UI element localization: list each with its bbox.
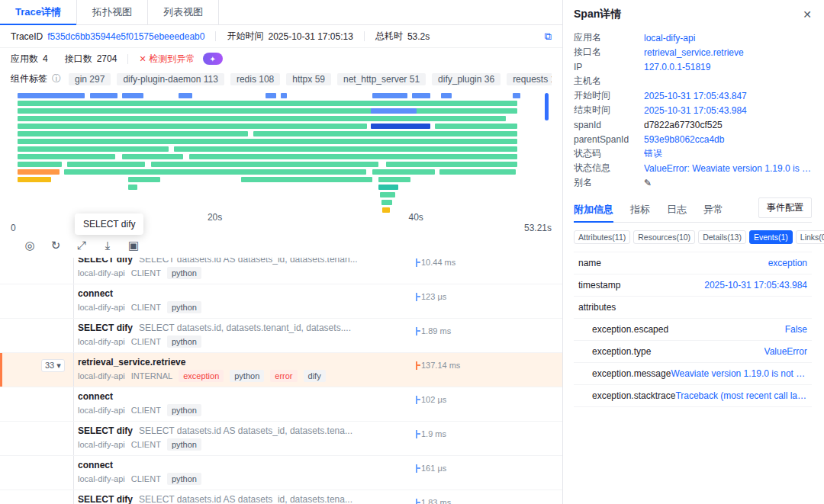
flame-span-bar[interactable] bbox=[128, 177, 160, 182]
kv-value[interactable]: Weaviate version 1.19.0 is not sup... bbox=[671, 368, 807, 379]
flame-span-bar[interactable] bbox=[372, 169, 435, 175]
open-in-new-icon[interactable]: ⧉ bbox=[545, 30, 552, 43]
anomaly-indicator[interactable]: ✕ 检测到异常 bbox=[139, 53, 195, 66]
ai-assistant-badge[interactable]: ✦ bbox=[203, 53, 223, 65]
snapshot-icon[interactable]: ▣ bbox=[127, 239, 140, 252]
flame-span-bar[interactable] bbox=[18, 116, 506, 121]
flame-span-bar[interactable] bbox=[441, 93, 452, 98]
flame-span-bar[interactable] bbox=[18, 131, 248, 136]
flame-span-bar[interactable] bbox=[90, 93, 117, 98]
flame-chart[interactable]: 20s40s bbox=[14, 91, 549, 223]
flame-span-bar[interactable] bbox=[67, 162, 145, 167]
detail-tab[interactable]: 指标 bbox=[630, 197, 650, 222]
component-tag-chip[interactable]: redis 108 bbox=[230, 73, 280, 85]
flame-span-bar[interactable] bbox=[174, 146, 517, 152]
field-value[interactable]: 127.0.0.1-51819 bbox=[644, 62, 812, 72]
refresh-icon[interactable]: ↻ bbox=[49, 239, 63, 252]
component-tag-chip[interactable]: gin 297 bbox=[69, 73, 111, 85]
flame-span-bar[interactable] bbox=[18, 93, 85, 98]
locate-icon[interactable]: ◎ bbox=[23, 239, 37, 252]
flame-span-bar[interactable] bbox=[151, 162, 378, 167]
detail-pill-tab[interactable]: Attributes(11) bbox=[574, 230, 630, 244]
flame-span-bar[interactable] bbox=[371, 124, 430, 129]
flame-span-bar[interactable] bbox=[18, 124, 367, 129]
field-value[interactable]: local-dify-api bbox=[644, 33, 812, 43]
field-value[interactable]: 错误 bbox=[644, 147, 812, 160]
component-tag-chip[interactable]: dify-plugin-daemon 113 bbox=[117, 73, 224, 85]
field-value[interactable]: 2025-10-31 17:05:43.847 bbox=[644, 91, 812, 101]
field-value[interactable]: retrieval_service.retrieve bbox=[644, 47, 812, 58]
span-tree-row[interactable]: SELECT difySELECT datasets.id AS dataset… bbox=[0, 422, 562, 456]
flame-span-bar[interactable] bbox=[18, 139, 517, 144]
flame-span-bar[interactable] bbox=[253, 131, 517, 136]
flame-span-bar[interactable] bbox=[128, 185, 137, 190]
flame-span-bar[interactable] bbox=[18, 177, 51, 182]
span-tree-row[interactable]: connectlocal-dify-apiCLIENTpython123 μs bbox=[0, 284, 562, 319]
trace-id-value[interactable]: f535dc6bb35944e5f01575ebeeedeab0 bbox=[47, 31, 204, 42]
flame-span-bar[interactable] bbox=[18, 108, 517, 114]
detail-pill-tab[interactable]: Links(0) bbox=[796, 230, 824, 244]
flame-span-bar[interactable] bbox=[18, 101, 517, 106]
top-tab[interactable]: 拓扑视图 bbox=[77, 0, 148, 24]
component-tag-chip[interactable]: net_http_server 51 bbox=[337, 73, 426, 85]
component-tag-chip[interactable]: dify_plugin 36 bbox=[432, 73, 501, 85]
kv-value[interactable]: Traceback (most recent call last): ... bbox=[675, 390, 807, 401]
detail-pill-tab[interactable]: Resources(10) bbox=[633, 230, 695, 244]
flame-span-bar[interactable] bbox=[64, 169, 366, 175]
flame-span-bar[interactable] bbox=[122, 154, 183, 159]
flame-span-bar[interactable] bbox=[439, 169, 516, 175]
kv-value[interactable]: False bbox=[785, 324, 807, 335]
detail-tab[interactable]: 异常 bbox=[703, 197, 723, 222]
flame-span-bar[interactable] bbox=[380, 192, 395, 197]
flame-span-bar[interactable] bbox=[189, 154, 517, 159]
kv-value[interactable]: exception bbox=[768, 258, 807, 268]
flame-span-bar[interactable] bbox=[372, 93, 407, 98]
flame-span-bar[interactable] bbox=[382, 207, 390, 213]
detail-tab[interactable]: 日志 bbox=[667, 197, 687, 222]
flame-span-bar[interactable] bbox=[18, 154, 115, 159]
span-tree-row[interactable]: 33 ▾retrieval_service.retrievelocal-dify… bbox=[0, 353, 562, 387]
flame-span-bar[interactable] bbox=[18, 162, 62, 167]
flame-span-bar[interactable] bbox=[241, 177, 372, 182]
detail-pill-tab[interactable]: Details(13) bbox=[698, 230, 746, 244]
flame-span-bar[interactable] bbox=[179, 93, 192, 98]
flame-span-bar[interactable] bbox=[281, 93, 287, 98]
flame-span-bar[interactable] bbox=[371, 108, 417, 114]
expand-icon[interactable]: ⤢ bbox=[75, 239, 89, 252]
collapse-badge[interactable]: 33 ▾ bbox=[41, 359, 65, 372]
flame-span-bar[interactable] bbox=[122, 93, 143, 98]
duration-marker bbox=[416, 396, 417, 404]
flame-span-bar[interactable] bbox=[435, 124, 517, 129]
field-value[interactable]: ValueError: Weaviate version 1.19.0 is n… bbox=[644, 163, 812, 174]
flame-span-bar[interactable] bbox=[386, 162, 517, 167]
flame-span-bar[interactable] bbox=[378, 185, 398, 190]
edit-alias-icon[interactable]: ✎ bbox=[644, 178, 812, 188]
top-tab[interactable]: 列表视图 bbox=[148, 0, 219, 24]
flame-span-bar[interactable] bbox=[18, 146, 169, 152]
flame-span-bar[interactable] bbox=[266, 93, 276, 98]
component-tag-chip[interactable]: requests 18 bbox=[507, 73, 552, 85]
field-value[interactable]: 593e9b8062cca4db bbox=[644, 134, 812, 145]
download-icon[interactable]: ⤓ bbox=[101, 239, 114, 252]
span-tree-row[interactable]: SELECT difySELECT datasets.id AS dataset… bbox=[0, 258, 562, 284]
flame-span-bar[interactable] bbox=[378, 177, 410, 182]
span-tree-row[interactable]: SELECT difySELECT datasets.id AS dataset… bbox=[0, 490, 562, 504]
event-config-button[interactable]: 事件配置 bbox=[758, 197, 812, 218]
detail-tab[interactable]: 附加信息 bbox=[574, 197, 613, 222]
span-tree-row[interactable]: SELECT difySELECT datasets.id, datasets.… bbox=[0, 319, 562, 353]
span-tree-row[interactable]: connectlocal-dify-apiCLIENTpython161 μs bbox=[0, 456, 562, 490]
flame-span-bar[interactable] bbox=[412, 93, 430, 98]
close-icon[interactable]: ✕ bbox=[803, 8, 812, 21]
top-tab[interactable]: Trace详情 bbox=[0, 0, 77, 24]
info-icon[interactable]: ⓘ bbox=[52, 72, 61, 85]
kv-value[interactable]: 2025-10-31 17:05:43.984 bbox=[704, 280, 807, 291]
detail-pill-tab[interactable]: Events(1) bbox=[749, 230, 793, 244]
span-tree-row[interactable]: connectlocal-dify-apiCLIENTpython102 μs bbox=[0, 387, 562, 422]
field-value[interactable]: 2025-10-31 17:05:43.984 bbox=[644, 105, 812, 116]
flame-span-bar[interactable] bbox=[513, 93, 520, 98]
flame-span-bar[interactable] bbox=[18, 169, 60, 175]
component-tag-chip[interactable]: httpx 59 bbox=[286, 73, 331, 85]
flame-scrollbar[interactable] bbox=[545, 93, 549, 120]
flame-span-bar[interactable] bbox=[381, 200, 392, 205]
kv-value[interactable]: ValueError bbox=[764, 346, 807, 357]
